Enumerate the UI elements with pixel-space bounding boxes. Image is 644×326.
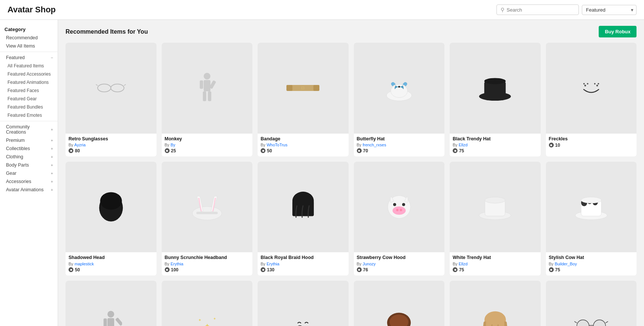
item-creator: By Junozy <box>357 262 442 266</box>
sidebar-item-featured-bundles[interactable]: Featured Bundles <box>0 103 58 111</box>
sidebar-item-avatar-animations[interactable]: Avatar Animations + <box>0 186 58 194</box>
item-card[interactable]: Strawberry Cow HoodBy Junozy76 <box>354 162 445 275</box>
sidebar-item-featured-accessories[interactable]: Featured Accessories <box>0 70 58 78</box>
item-info: Black Royal Braid HoodBy Erythia130 <box>258 252 349 275</box>
sidebar-item-featured-gear[interactable]: Featured Gear <box>0 95 58 103</box>
sidebar-item-recommended[interactable]: Recommended <box>0 34 58 42</box>
item-card[interactable]: Black Trendy HatBy Ellzd75 <box>450 43 541 156</box>
item-image <box>546 281 637 326</box>
svg-point-50 <box>581 197 601 203</box>
sidebar-item-featured-faces[interactable]: Featured Faces <box>0 86 58 95</box>
page-title: Avatar Shop <box>7 5 56 15</box>
svg-rect-10 <box>208 91 211 101</box>
svg-rect-7 <box>200 80 203 89</box>
sort-dropdown[interactable]: Featured Relevance Price: Low to High Pr… <box>582 5 637 15</box>
item-price: 76 <box>357 267 442 272</box>
item-card[interactable]: BandageBy WhoToTrus50 <box>258 43 349 156</box>
robux-icon <box>549 267 554 272</box>
sidebar-item-all-featured[interactable]: All Featured Items <box>0 62 58 70</box>
price-value: 75 <box>459 267 464 272</box>
item-card[interactable]: Black Royal Braid HoodBy Erythia130 <box>258 162 349 275</box>
item-card[interactable]: Soho Brown Curly HairBy ComfySunday99 <box>354 281 445 326</box>
price-value: 50 <box>75 267 80 272</box>
item-info: Freckles10 <box>546 134 637 151</box>
sidebar-item-body-parts[interactable]: Body Parts + <box>0 161 58 169</box>
item-price: 70 <box>357 148 442 153</box>
price-value: 80 <box>75 148 80 153</box>
robux-icon <box>261 267 265 272</box>
price-value: 50 <box>267 148 272 153</box>
item-creator: By Erythia <box>261 262 346 266</box>
item-image <box>450 281 541 326</box>
creator-link[interactable]: Erythia <box>267 262 279 266</box>
svg-line-72 <box>605 321 608 323</box>
item-name: Retro Sunglasses <box>69 136 154 142</box>
creator-link[interactable]: french_rxses <box>362 143 386 147</box>
sidebar-item-featured[interactable]: Featured − <box>0 54 58 62</box>
svg-point-40 <box>393 203 396 206</box>
price-value: 75 <box>459 148 464 153</box>
svg-point-0 <box>98 84 111 92</box>
item-price: 75 <box>549 267 634 272</box>
sidebar-item-gear[interactable]: Gear + <box>0 169 58 177</box>
creator-link[interactable]: maplestick <box>75 262 94 266</box>
item-image <box>258 162 349 253</box>
sidebar-item-clothing[interactable]: Clothing + <box>0 153 58 161</box>
sidebar-item-featured-animations[interactable]: Featured Animations <box>0 78 58 86</box>
item-image <box>162 43 253 134</box>
item-card[interactable]: ✦ ✦ ✦ ✦ ✦ Sparkling ShineBy Jazzyx350 <box>162 281 253 326</box>
search-box[interactable]: ⚲ <box>496 4 579 15</box>
item-price: 80 <box>69 148 154 153</box>
item-image <box>66 162 157 253</box>
item-card[interactable]: White Trendy HatBy Ellzd75 <box>450 162 541 275</box>
robux-icon <box>453 148 458 153</box>
item-info: Black Trendy HatBy Ellzd75 <box>450 134 541 156</box>
header: Avatar Shop ⚲ Featured Relevance Price: … <box>0 0 644 20</box>
body-parts-expand-icon: + <box>51 163 53 167</box>
sidebar-item-featured-emotes[interactable]: Featured Emotes <box>0 111 58 119</box>
item-card[interactable]: Freckles10 <box>546 43 637 156</box>
creator-link[interactable]: Junozy <box>362 262 376 266</box>
item-card[interactable]: Vintage GlassesBy WhoToTrus125 <box>546 281 637 326</box>
item-card[interactable]: Stylish Cow HatBy Builder_Boy75 <box>546 162 637 275</box>
svg-point-1 <box>111 84 124 92</box>
buy-robux-button[interactable]: Buy Robux <box>599 26 637 37</box>
sidebar-item-community-creations[interactable]: Community Creations + <box>0 123 58 136</box>
search-input[interactable] <box>507 7 575 13</box>
sidebar-item-premium[interactable]: Premium + <box>0 136 58 144</box>
item-card[interactable]: Butterfly HatBy french_rxses70 <box>354 43 445 156</box>
item-card[interactable]: Blonde Royal BraidBy Erythia130 <box>450 281 541 326</box>
creator-link[interactable]: Ellzd <box>459 143 468 147</box>
sidebar-item-accessories[interactable]: Accessories + <box>0 177 58 186</box>
svg-point-28 <box>594 83 595 85</box>
item-card[interactable]: MonkeyBy By25 <box>162 43 253 156</box>
creator-link[interactable]: Erythia <box>170 262 183 266</box>
price-value: 75 <box>555 267 560 272</box>
svg-rect-6 <box>204 80 210 91</box>
item-card[interactable]: Retro SunglassesBy Ayzria80 <box>66 43 157 156</box>
item-name: Monkey <box>165 136 250 142</box>
robux-icon <box>69 148 73 153</box>
creator-link[interactable]: Ellzd <box>459 262 468 266</box>
sidebar-item-collectibles[interactable]: Collectibles + <box>0 144 58 153</box>
item-price: 25 <box>165 148 250 153</box>
creator-link[interactable]: Builder_Boy <box>555 262 577 266</box>
sidebar-item-view-all[interactable]: View All Items <box>0 42 58 50</box>
creator-link[interactable]: Ayzria <box>74 143 85 147</box>
item-name: Freckles <box>549 136 634 142</box>
svg-point-5 <box>204 73 210 80</box>
robux-icon <box>453 267 458 272</box>
item-card[interactable]: Glee25 <box>258 281 349 326</box>
price-value: 130 <box>267 267 274 272</box>
item-price: 50 <box>69 267 154 272</box>
svg-text:✦: ✦ <box>213 317 216 321</box>
item-card[interactable]: Shadowed HeadBy maplestick50 <box>66 162 157 275</box>
item-card[interactable]: Bunny Scrunchie HeadbandBy Erythia100 <box>162 162 253 275</box>
item-info: Stylish Cow HatBy Builder_Boy75 <box>546 252 637 275</box>
sidebar: Category Recommended View All Items Feat… <box>0 20 58 326</box>
creator-link[interactable]: By <box>170 143 175 147</box>
item-card[interactable]: Happy25 <box>66 281 157 326</box>
svg-rect-9 <box>203 91 206 101</box>
creator-link[interactable]: WhoToTrus <box>267 143 288 147</box>
section-title: Recommended Items for You <box>66 28 148 35</box>
